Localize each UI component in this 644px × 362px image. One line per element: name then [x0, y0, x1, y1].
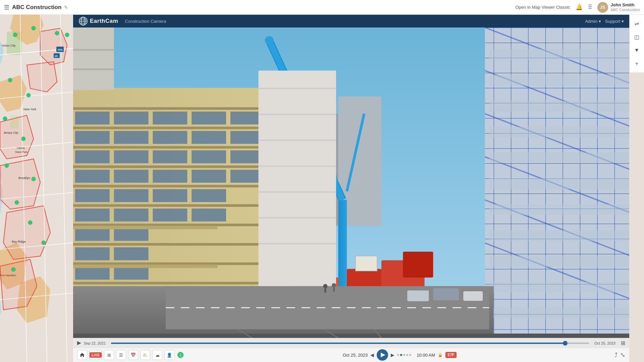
open-map-viewer-link[interactable]: Open in Map Viewer Classic	[516, 5, 570, 10]
svg-rect-173	[258, 139, 336, 141]
filter-toggle-button[interactable]: ⇌	[631, 17, 643, 29]
admin-menu-button[interactable]: Admin ▾	[585, 19, 601, 24]
earthcam-logo-text: EarthCam	[90, 18, 118, 24]
svg-point-183	[323, 284, 327, 288]
people-button[interactable]: 👤	[164, 350, 174, 360]
svg-rect-92	[75, 131, 110, 144]
map-background: Union City New York Jersey City Liberty …	[0, 15, 74, 362]
svg-rect-67	[489, 282, 629, 293]
svg-text:Brooklyn: Brooklyn	[18, 176, 30, 180]
svg-text:25: 25	[55, 55, 58, 58]
svg-rect-63	[489, 178, 629, 189]
add-button[interactable]: +	[631, 58, 643, 70]
svg-rect-108	[75, 170, 110, 183]
topbar-right: Open in Map Viewer Classic 🔔 ⠿ JS John S…	[516, 2, 640, 13]
svg-point-13	[32, 26, 36, 30]
controls-left: LIVE ⊞ ☰ 📅 ⛅ ☁ 👤 1	[77, 350, 184, 360]
svg-rect-64	[489, 204, 629, 215]
previous-button[interactable]: ◀	[370, 352, 374, 358]
svg-rect-110	[153, 170, 187, 183]
svg-rect-86	[153, 112, 187, 125]
svg-text:25A: 25A	[58, 48, 63, 51]
current-date: Oct 25, 2023	[343, 353, 368, 358]
layer-button[interactable]: ◫	[631, 31, 643, 43]
grid-view-button[interactable]: ⊞	[104, 350, 114, 360]
right-toolbar: ⇌ ◫ ▼ +	[629, 15, 644, 72]
svg-point-20	[32, 177, 36, 181]
home-icon	[79, 352, 85, 358]
live-button[interactable]: LIVE	[89, 350, 102, 360]
calendar-button[interactable]: 📅	[128, 350, 138, 360]
timeline-play-button[interactable]	[77, 341, 81, 345]
svg-rect-68	[489, 308, 629, 318]
user-name: John Smith	[611, 2, 640, 8]
svg-rect-137	[73, 226, 217, 229]
timeline-dot-2	[400, 354, 402, 356]
weather-button[interactable]: ⛅	[140, 350, 150, 360]
timeline-dot-4	[406, 354, 408, 356]
home-button[interactable]	[77, 350, 87, 360]
play-button[interactable]	[377, 349, 388, 361]
user-avatar[interactable]: JS	[597, 2, 608, 13]
svg-rect-184	[324, 288, 326, 293]
svg-text:State Park: State Park	[15, 150, 28, 154]
grid-icon[interactable]: ⠿	[588, 4, 592, 11]
svg-rect-59	[489, 75, 629, 85]
bell-icon[interactable]: 🔔	[576, 4, 583, 11]
svg-text:Bay Ridge: Bay Ridge	[12, 240, 26, 243]
svg-rect-136	[114, 267, 149, 280]
svg-rect-174	[258, 166, 336, 167]
svg-point-153	[265, 36, 274, 45]
hamburger-icon[interactable]: ☰	[4, 4, 9, 11]
svg-rect-122	[114, 208, 149, 222]
svg-rect-141	[73, 49, 114, 51]
svg-rect-172	[258, 114, 336, 115]
svg-rect-181	[433, 288, 459, 300]
svg-rect-161	[356, 256, 377, 271]
earthcam-header-right: Admin ▾ Support ▾	[585, 19, 624, 24]
timeline-thumb[interactable]	[563, 341, 568, 346]
next-button[interactable]: ▶	[391, 352, 394, 358]
status-indicator-button[interactable]: 1	[176, 351, 184, 359]
svg-rect-117	[153, 189, 187, 202]
live-badge: LIVE	[90, 352, 102, 358]
funnel-button[interactable]: ▼	[631, 44, 643, 56]
svg-point-19	[5, 164, 9, 168]
svg-rect-66	[489, 256, 629, 267]
top-bar: ☰ ABC Construction ✎ Open in Map Viewer …	[0, 0, 644, 15]
svg-point-15	[8, 78, 12, 82]
construction-scene-svg	[73, 27, 629, 338]
svg-rect-171	[258, 88, 336, 89]
timeline-fullscreen-button[interactable]: ⊞	[621, 340, 625, 346]
user-details: John Smith ABC Construction	[611, 2, 640, 12]
timeline-start-date: Sep 22, 2021	[84, 341, 108, 345]
cloud-button[interactable]: ☁	[152, 350, 162, 360]
svg-rect-186	[333, 288, 335, 292]
svg-point-21	[15, 200, 19, 204]
timeline-track[interactable]	[111, 343, 589, 344]
expand-button[interactable]: ⤡	[620, 351, 625, 359]
svg-rect-121	[75, 208, 110, 222]
svg-rect-138	[73, 264, 217, 268]
controls-right: ⤴ ⤡	[614, 351, 625, 359]
svg-rect-94	[153, 131, 187, 144]
controls-row: LIVE ⊞ ☰ 📅 ⛅ ☁ 👤 1 Oct 25,	[73, 348, 629, 362]
svg-rect-100	[75, 150, 110, 164]
current-time: 10:00 AM	[417, 353, 435, 358]
svg-point-185	[332, 283, 336, 288]
earthcam-overlay: EarthCam Construction Camera Admin ▾ Sup…	[73, 15, 629, 362]
temperature-badge: 57F	[445, 352, 457, 358]
svg-rect-111	[192, 170, 226, 183]
svg-text:Liberty: Liberty	[17, 146, 25, 149]
share-button[interactable]: ⤴	[614, 352, 618, 359]
svg-rect-170	[258, 71, 336, 286]
support-menu-button[interactable]: Support ▾	[605, 19, 624, 24]
list-view-button[interactable]: ☰	[116, 350, 126, 360]
svg-rect-95	[192, 131, 226, 144]
timeline-dot-5	[409, 354, 411, 356]
svg-text:New York: New York	[23, 108, 37, 111]
timeline-bar: Sep 22, 2021 Oct 25, 2023 ⊞	[73, 338, 629, 348]
controls-center: Oct 25, 2023 ◀ ▶ 10:00 AM 🔒 57F	[343, 349, 457, 361]
svg-point-14	[55, 31, 59, 35]
edit-icon[interactable]: ✎	[64, 5, 68, 10]
